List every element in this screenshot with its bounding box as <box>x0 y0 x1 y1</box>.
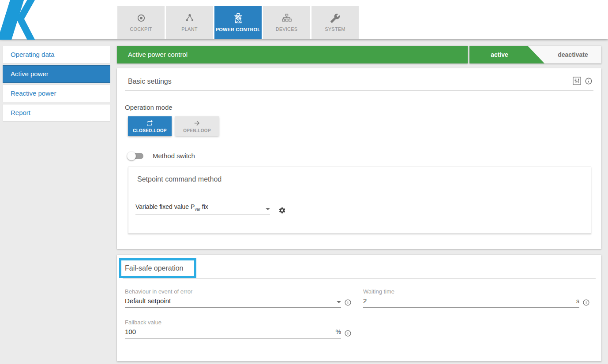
panel-header-icons <box>573 77 593 85</box>
dropdown-arrow-icon <box>266 208 270 210</box>
app-header: COCKPIT PLANT POWER CONTROL <box>0 0 608 39</box>
sliders-icon[interactable] <box>573 77 581 85</box>
field-row: Fallback value 100 % <box>125 319 593 338</box>
fallback-value: 100 <box>125 328 136 335</box>
open-loop-label: OPEN-LOOP <box>183 128 211 133</box>
operation-mode-label: Operation mode <box>125 104 173 111</box>
behaviour-value: Default setpoint <box>125 297 171 305</box>
subpanel-title: Setpoint command method <box>137 175 221 183</box>
field-label: Behaviour in event of error <box>125 288 341 295</box>
wrench-icon <box>330 13 340 23</box>
nav-label: SYSTEM <box>325 26 345 32</box>
setpoint-method-row: Variable fixed value Pvar fix <box>135 203 286 215</box>
basic-settings-panel: Basic settings Operation mode CLOSED-LOO <box>117 68 601 249</box>
closed-loop-label: CLOSED-LOOP <box>133 128 167 133</box>
divider <box>137 191 582 191</box>
divider <box>125 90 593 91</box>
sidebar-item-operating-data[interactable]: Operating data <box>3 46 110 63</box>
dropdown-arrow-icon <box>337 301 341 303</box>
sidebar: Operating data Active power Reactive pow… <box>3 46 110 123</box>
unit-label: s <box>576 297 579 305</box>
panel-title: Fail-safe operation <box>125 264 184 272</box>
method-switch-label: Method switch <box>153 152 195 160</box>
unit-label: % <box>336 328 341 335</box>
sidebar-item-reactive-power[interactable]: Reactive power <box>3 85 110 102</box>
fail-safe-title-highlight: Fail-safe operation <box>119 258 196 278</box>
panel-title: Basic settings <box>128 78 172 85</box>
nav-plant-button[interactable]: PLANT <box>166 6 213 39</box>
waiting-time-field-wrap: Waiting time 2 s <box>363 288 590 308</box>
state-tab-active[interactable]: active <box>469 46 544 63</box>
fallback-field-wrap: Fallback value 100 % <box>125 319 352 338</box>
nav-system-button[interactable]: SYSTEM <box>312 6 359 39</box>
info-icon[interactable] <box>582 299 590 306</box>
setpoint-method-select[interactable]: Variable fixed value Pvar fix <box>135 203 270 215</box>
operation-mode-buttons: CLOSED-LOOP OPEN-LOOP <box>128 116 219 136</box>
nav-power-control-button[interactable]: POWER CONTROL <box>214 6 262 39</box>
loop-icon <box>146 119 154 127</box>
behaviour-select[interactable]: Behaviour in event of error Default setp… <box>125 288 341 308</box>
nodes-icon <box>184 13 195 23</box>
divider <box>123 279 596 279</box>
app-root: COCKPIT PLANT POWER CONTROL <box>0 0 608 364</box>
sidebar-item-report[interactable]: Report <box>3 104 110 122</box>
info-icon[interactable] <box>585 77 593 85</box>
main-nav: COCKPIT PLANT POWER CONTROL <box>117 6 359 39</box>
info-icon[interactable] <box>344 299 352 306</box>
behaviour-field-wrap: Behaviour in event of error Default setp… <box>125 288 352 308</box>
method-switch-toggle[interactable] <box>128 153 143 159</box>
active-power-control-banner: Active power control <box>117 46 468 63</box>
waiting-time-input[interactable]: Waiting time 2 s <box>363 288 579 308</box>
field-label: Fallback value <box>125 319 341 326</box>
closed-loop-button[interactable]: CLOSED-LOOP <box>128 116 172 136</box>
nav-devices-button[interactable]: DEVICES <box>263 6 310 39</box>
nav-label: COCKPIT <box>130 26 152 32</box>
field-label: Waiting time <box>363 288 579 295</box>
open-loop-button[interactable]: OPEN-LOOP <box>175 116 219 136</box>
field-row: Behaviour in event of error Default setp… <box>125 288 593 308</box>
setpoint-method-value: Variable fixed value Pvar fix <box>135 203 208 212</box>
nav-label: PLANT <box>181 26 197 32</box>
waiting-time-value: 2 <box>363 297 367 305</box>
method-switch-row: Method switch <box>128 152 195 160</box>
sidebar-item-active-power[interactable]: Active power <box>3 65 110 83</box>
nav-label: DEVICES <box>276 26 298 32</box>
toggle-knob <box>127 152 136 160</box>
target-icon <box>136 13 146 23</box>
brand-x-logo <box>0 0 40 40</box>
state-tab-deactivate[interactable]: deactivate <box>544 46 601 63</box>
nav-cockpit-button[interactable]: COCKPIT <box>117 6 165 39</box>
nav-label: POWER CONTROL <box>216 27 261 32</box>
fallback-value-input[interactable]: Fallback value 100 % <box>125 319 341 338</box>
fail-safe-panel: Fail-safe operation Behaviour in event o… <box>117 255 601 361</box>
transmission-tower-icon <box>233 12 244 24</box>
fail-safe-fields: Behaviour in event of error Default setp… <box>125 288 593 350</box>
arrow-right-icon <box>193 119 201 127</box>
info-icon[interactable] <box>344 330 352 337</box>
sitemap-icon <box>281 13 292 23</box>
gear-icon[interactable] <box>278 207 286 214</box>
setpoint-command-method-panel: Setpoint command method Variable fixed v… <box>128 167 591 234</box>
activation-state-tabs: active deactivate <box>469 46 601 63</box>
